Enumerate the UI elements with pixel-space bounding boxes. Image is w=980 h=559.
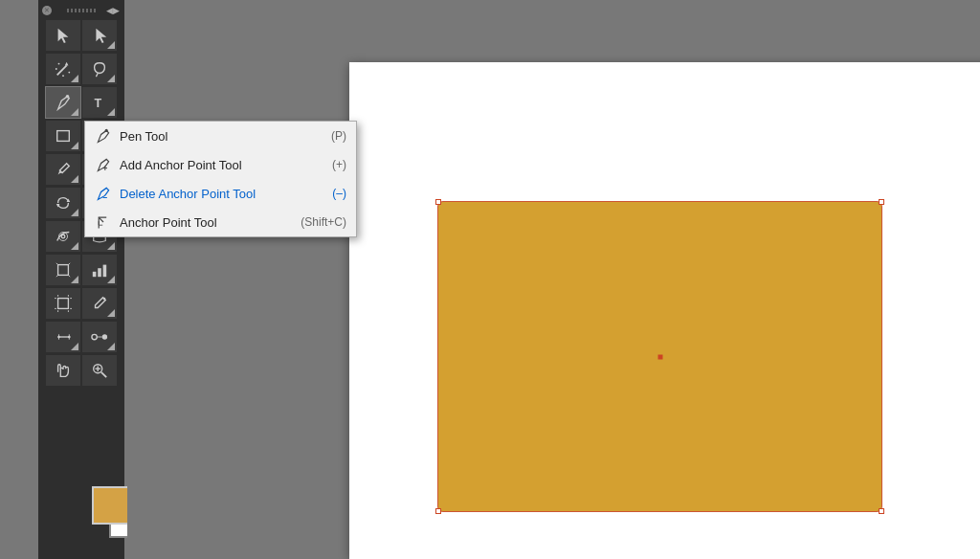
- svg-rect-27: [93, 272, 97, 277]
- submenu-indicator: [107, 108, 115, 116]
- paintbrush-button[interactable]: [46, 154, 80, 185]
- add-anchor-menu-icon: +: [93, 154, 114, 175]
- drag-dots: [67, 9, 96, 12]
- delete-anchor-label: Delete Anchor Point Tool: [120, 187, 324, 201]
- lasso-button[interactable]: [82, 54, 117, 84]
- selection-tool-button[interactable]: [46, 20, 80, 51]
- anchor-point-bottom-right: [879, 508, 884, 514]
- free-transform-button[interactable]: [46, 255, 80, 285]
- tool-row-pen: T: [45, 86, 118, 119]
- context-menu: Pen Tool (P) + Add Anchor Point Tool (+)…: [84, 121, 357, 237]
- svg-line-8: [96, 74, 98, 78]
- svg-point-5: [68, 72, 70, 74]
- magic-wand-button[interactable]: [46, 54, 80, 84]
- collapse-button[interactable]: ◀▶: [105, 6, 121, 15]
- graph-icon: [91, 261, 108, 279]
- svg-line-25: [56, 275, 58, 277]
- submenu-indicator: [107, 75, 115, 82]
- foreground-color-swatch[interactable]: [92, 486, 130, 525]
- submenu-indicator: [71, 343, 78, 350]
- close-button[interactable]: ✕: [42, 6, 52, 15]
- hand-icon: [55, 362, 72, 379]
- add-anchor-icon: +: [96, 157, 111, 172]
- svg-rect-29: [103, 265, 107, 278]
- tool-row-selection: [45, 19, 118, 52]
- svg-point-45: [92, 334, 97, 339]
- pen-icon: [55, 94, 72, 111]
- toolbar-drag-handle[interactable]: [53, 4, 110, 17]
- zoom-button[interactable]: [82, 355, 117, 386]
- blend-button[interactable]: [82, 322, 117, 352]
- svg-rect-28: [98, 268, 101, 277]
- pen-tool-shortcut: (P): [331, 129, 346, 143]
- eyedropper-button[interactable]: [82, 288, 117, 319]
- tool-row-measure: [45, 321, 118, 353]
- submenu-indicator: [71, 75, 78, 82]
- warp-button[interactable]: [46, 221, 80, 252]
- measure-icon: [55, 328, 72, 346]
- submenu-indicator: [107, 309, 115, 317]
- add-anchor-label: Add Anchor Point Tool: [120, 158, 324, 172]
- tool-row-hand: [45, 354, 118, 387]
- svg-point-7: [62, 75, 64, 77]
- rectangle-icon: [55, 127, 72, 145]
- canvas-area: [127, 0, 980, 559]
- artboard-icon: [55, 295, 72, 312]
- type-tool-button[interactable]: T: [82, 87, 117, 118]
- artboard-button[interactable]: [46, 288, 80, 319]
- svg-rect-22: [58, 265, 69, 276]
- menu-item-anchor-point[interactable]: Anchor Point Tool (Shift+C): [85, 208, 356, 236]
- svg-line-49: [101, 372, 106, 377]
- anchor-point-label: Anchor Point Tool: [120, 215, 293, 230]
- direct-arrow-icon: [91, 27, 108, 44]
- warp-icon: [55, 228, 72, 245]
- svg-line-2: [57, 65, 67, 75]
- pen-tool-label: Pen Tool: [120, 129, 323, 144]
- anchor-point-shortcut: (Shift+C): [301, 215, 346, 229]
- svg-rect-30: [58, 299, 69, 309]
- measure-button[interactable]: [46, 322, 80, 352]
- center-point: [657, 354, 662, 359]
- delete-anchor-menu-icon: –: [93, 183, 114, 204]
- submenu-indicator: [71, 209, 78, 216]
- hand-button[interactable]: [46, 355, 80, 386]
- svg-point-52: [105, 129, 108, 132]
- svg-marker-3: [65, 62, 69, 66]
- svg-text:T: T: [95, 97, 102, 110]
- svg-point-9: [66, 95, 70, 99]
- submenu-indicator: [71, 142, 78, 149]
- anchor-point-icon: [96, 214, 111, 230]
- rectangle-tool-button[interactable]: [46, 121, 80, 151]
- type-icon: T: [91, 94, 108, 111]
- paintbrush-icon: [55, 161, 72, 178]
- submenu-indicator: [71, 108, 78, 116]
- pen-tool-button[interactable]: [46, 87, 80, 118]
- rotate-button[interactable]: [46, 188, 80, 218]
- submenu-indicator: [107, 41, 115, 49]
- anchor-point-bottom-left: [435, 508, 441, 514]
- lasso-icon: [91, 60, 108, 78]
- submenu-indicator: [71, 276, 78, 283]
- pen-icon-small: [96, 128, 111, 144]
- toolbar: T: [38, 0, 124, 559]
- svg-line-24: [68, 263, 70, 265]
- menu-item-add-anchor[interactable]: + Add Anchor Point Tool (+): [85, 150, 356, 179]
- svg-point-4: [58, 63, 60, 65]
- svg-rect-11: [57, 131, 70, 142]
- orange-rectangle[interactable]: [437, 201, 882, 512]
- eyedropper-icon: [91, 295, 108, 312]
- anchor-point-menu-icon: [93, 212, 114, 233]
- svg-point-6: [56, 68, 57, 70]
- tool-row-artboard: [45, 287, 118, 320]
- svg-point-46: [102, 334, 107, 339]
- graph-button[interactable]: [82, 255, 117, 285]
- tool-row-select2: [45, 53, 118, 85]
- menu-item-delete-anchor[interactable]: – Delete Anchor Point Tool (–): [85, 179, 356, 208]
- submenu-indicator: [71, 175, 78, 183]
- svg-marker-0: [58, 29, 69, 43]
- direct-selection-tool-button[interactable]: [82, 20, 117, 51]
- submenu-indicator: [107, 276, 115, 283]
- svg-line-26: [68, 275, 70, 277]
- svg-line-23: [56, 263, 58, 265]
- menu-item-pen-tool[interactable]: Pen Tool (P): [85, 122, 356, 150]
